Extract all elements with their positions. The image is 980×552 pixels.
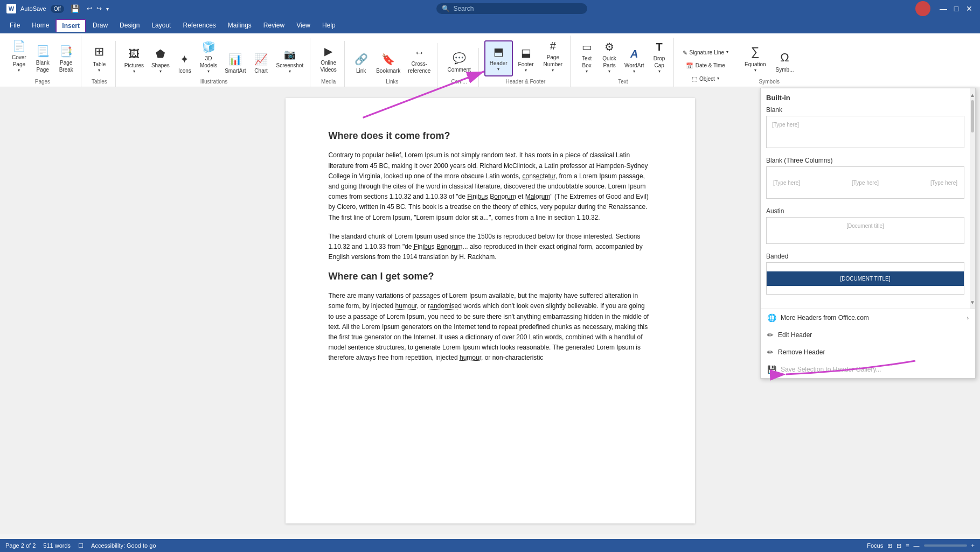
screenshot-label: Screenshot	[276, 62, 304, 69]
search-input[interactable]	[453, 5, 572, 12]
online-videos-icon: ▶	[324, 44, 332, 58]
menu-item-insert[interactable]: Insert	[55, 19, 86, 32]
close-button[interactable]: ✕	[965, 4, 974, 13]
pictures-label: Pictures	[124, 62, 144, 69]
save-selection-label: Save Selection to Header Gallery...	[781, 366, 881, 373]
autosave-toggle[interactable]: Off	[51, 5, 64, 13]
wordart-icon: A	[630, 47, 638, 61]
3d-models-chevron: ▾	[207, 69, 210, 74]
word-finibus2: Finibus Bonorum	[414, 243, 463, 250]
page-number-label: Page Number	[544, 54, 563, 68]
icons-label: Icons	[178, 67, 191, 74]
drop-cap-button[interactable]: T Drop Cap ▾	[649, 38, 670, 76]
bookmark-label: Bookmark	[376, 67, 400, 74]
save-selection-action: 💾 Save Selection to Header Gallery...	[761, 361, 975, 378]
smartart-button[interactable]: 📊 SmartArt	[221, 50, 249, 76]
page-number-icon: #	[550, 39, 556, 53]
dropdown-scroll-area: Built-in Blank [Type here] Blank (Three …	[761, 88, 970, 309]
menu-item-home[interactable]: Home	[26, 19, 54, 31]
menu-item-review[interactable]: Review	[258, 19, 290, 31]
table-icon: ⊞	[94, 44, 104, 60]
scroll-up-button[interactable]: ▲	[970, 89, 975, 100]
title-bar-center: 🔍	[436, 3, 587, 14]
symbol-button[interactable]: Ω Symb...	[772, 47, 798, 77]
menu-item-layout[interactable]: Layout	[146, 19, 176, 31]
cover-page-button[interactable]: 📄 Cover Page ▾	[8, 36, 31, 76]
wordart-button[interactable]: A WordArt ▾	[621, 45, 648, 76]
icons-icon: ✦	[180, 52, 189, 66]
screenshot-button[interactable]: 📷 Screenshot ▾	[273, 46, 307, 77]
ribbon-pages-items: 📄 Cover Page ▾ 📃 Blank Page 📑 Page Break	[8, 36, 78, 76]
blank-page-label: Blank Page	[36, 59, 50, 73]
menu-item-design[interactable]: Design	[114, 19, 145, 31]
maximize-button[interactable]: □	[952, 4, 961, 13]
title-bar-left: W AutoSave Off 💾 ↩ ↪ ▾	[6, 3, 109, 15]
header-label: Header	[490, 60, 508, 67]
comment-button[interactable]: 💬 Comment	[443, 48, 475, 76]
footer-icon: ⬓	[521, 46, 531, 60]
date-time-button[interactable]: 📅 Date & Time	[679, 60, 732, 72]
dropdown-actions: 🌐 More Headers from Office.com › ✏ Edit …	[761, 309, 975, 378]
blank-three-col-preview[interactable]: [Type here] [Type here] [Type here]	[766, 166, 964, 199]
pages-group-label: Pages	[35, 79, 50, 85]
header-dropdown: Built-in Blank [Type here] Blank (Three …	[760, 88, 976, 379]
ribbon-group-symbols: ∑ Equation ▾ Ω Symb... Symbols	[737, 41, 801, 87]
scrollbar[interactable]: ▲ ▼	[970, 88, 975, 309]
bookmark-button[interactable]: 🔖 Bookmark	[373, 50, 404, 76]
signature-date-object: ✎ Signature Line ▾ 📅 Date & Time ⬚ Objec…	[679, 47, 732, 85]
text-box-button[interactable]: ▭ Text Box ▾	[576, 38, 597, 76]
ribbon-group-header-footer: ⬒ Header ▾ ⬓ Footer ▾ # Page Number ▾ He…	[481, 36, 571, 87]
header-option-banded: Banded [DOCUMENT TITLE]	[766, 253, 964, 295]
page-break-button[interactable]: 📑 Page Break	[55, 41, 78, 76]
ribbon: 📄 Cover Page ▾ 📃 Blank Page 📑 Page Break…	[0, 33, 980, 87]
header-button[interactable]: ⬒ Header ▾	[484, 40, 513, 76]
remove-header-action[interactable]: ✏ Remove Header	[761, 344, 975, 361]
menu-item-file[interactable]: File	[4, 19, 25, 31]
pictures-button[interactable]: 🖼 Pictures ▾	[121, 45, 147, 76]
online-videos-button[interactable]: ▶ Online Videos	[316, 41, 340, 76]
text-box-chevron: ▾	[586, 69, 588, 74]
link-button[interactable]: 🔗 Link	[350, 50, 372, 76]
smartart-icon: 📊	[228, 52, 242, 66]
footer-button[interactable]: ⬓ Footer ▾	[514, 43, 538, 76]
scroll-down-button[interactable]: ▼	[970, 297, 975, 308]
icons-button[interactable]: ✦ Icons	[174, 50, 196, 76]
blank-preview[interactable]: [Type here]	[766, 116, 964, 148]
object-label: Object	[699, 75, 715, 82]
shapes-button[interactable]: ⬟ Shapes ▾	[148, 45, 173, 76]
edit-header-action[interactable]: ✏ Edit Header	[761, 326, 975, 344]
3d-models-button[interactable]: 🧊 3D Models ▾	[197, 38, 220, 76]
menu-item-references[interactable]: References	[177, 19, 221, 31]
cross-reference-button[interactable]: ↔ Cross- reference	[405, 43, 434, 76]
austin-preview[interactable]: [Document title]	[766, 217, 964, 244]
austin-label: Austin	[766, 207, 964, 215]
chart-icon: 📈	[254, 52, 268, 66]
search-bar[interactable]: 🔍	[436, 3, 587, 14]
minimize-button[interactable]: —	[939, 4, 948, 13]
user-avatar[interactable]	[915, 1, 930, 16]
quick-parts-button[interactable]: ⚙ Quick Parts ▾	[599, 38, 620, 76]
menu-item-view[interactable]: View	[291, 19, 316, 31]
ribbon-links-items: 🔗 Link 🔖 Bookmark ↔ Cross- reference	[350, 43, 434, 76]
equation-button[interactable]: ∑ Equation ▾	[740, 41, 770, 76]
menu-item-help[interactable]: Help	[317, 19, 341, 31]
footer-label: Footer	[518, 61, 534, 68]
table-button[interactable]: ⊞ Table ▾	[88, 41, 110, 76]
scrollbar-thumb[interactable]	[971, 100, 974, 132]
undo-button[interactable]: ↩	[87, 5, 92, 12]
page-number-button[interactable]: # Page Number ▾	[539, 36, 567, 76]
signature-line-button[interactable]: ✎ Signature Line ▾	[679, 47, 732, 59]
object-button[interactable]: ⬚ Object ▾	[679, 73, 732, 85]
equation-icon: ∑	[751, 44, 760, 60]
redo-button[interactable]: ↪	[96, 5, 102, 12]
more-commands[interactable]: ▾	[106, 6, 109, 12]
blank-page-button[interactable]: 📃 Blank Page	[32, 41, 54, 76]
more-headers-action[interactable]: 🌐 More Headers from Office.com ›	[761, 309, 975, 326]
save-button[interactable]: 💾	[68, 3, 82, 15]
chart-label: Chart	[254, 67, 267, 74]
chart-button[interactable]: 📈 Chart	[251, 50, 272, 76]
menu-item-draw[interactable]: Draw	[87, 19, 113, 31]
menu-item-mailings[interactable]: Mailings	[223, 19, 257, 31]
banded-preview[interactable]: [DOCUMENT TITLE]	[766, 262, 964, 295]
smartart-label: SmartArt	[225, 67, 246, 74]
